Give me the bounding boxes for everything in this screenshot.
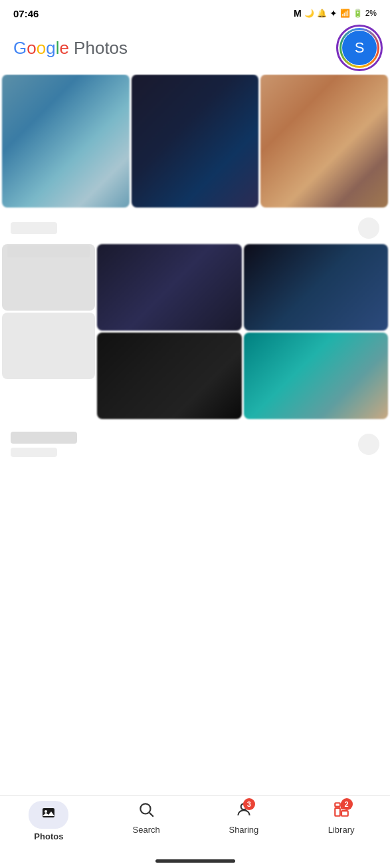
section-label [11,222,57,234]
right-column [97,244,388,419]
google-o1: o [27,38,36,58]
svg-point-1 [45,810,47,813]
section-header-1 [0,210,390,244]
bell-icon: 🔔 [317,9,327,18]
nav-library[interactable]: 2 Library [292,801,390,835]
app-header: Google Photos S [0,24,390,74]
photos-label: Photos [34,831,63,841]
main-content [0,74,390,797]
sharing-badge: 3 [243,798,255,810]
bottom-navigation: Photos Search 3 3 Shari [0,795,390,868]
nav-search[interactable]: Search [98,801,195,835]
right-bottom-row [97,333,388,419]
photo-item[interactable] [97,244,242,331]
battery-percent: 2% [365,9,377,18]
library-icon-wrap: 2 [333,801,350,822]
left-column [2,244,95,419]
search-icon-wrap [138,801,155,822]
photo-item[interactable] [2,74,130,208]
photo-item[interactable] [132,74,259,208]
photos-text: Photos [69,38,128,58]
google-o2: o [37,38,46,58]
svg-point-2 [140,803,150,813]
svg-line-3 [149,813,153,817]
section-icon[interactable] [358,217,379,239]
middle-photo-grid [0,244,390,419]
status-time: 07:46 [13,8,39,19]
avatar[interactable]: S [342,31,377,65]
home-indicator [155,859,235,863]
photos-icon-wrap [29,801,68,829]
google-g: g [46,38,55,58]
right-top-row [97,244,388,331]
photo-item[interactable] [97,333,242,419]
photos-pill [29,801,68,829]
google-e: e [59,38,68,58]
section-header-2 [0,421,390,462]
photos-icon [41,805,56,825]
library-badge: 2 [341,798,353,810]
sharing-label: Sharing [229,825,258,835]
app-title: Google Photos [13,38,128,59]
photo-item[interactable] [244,244,389,331]
svg-rect-8 [335,808,340,816]
bluetooth-icon: ✦ [330,8,338,19]
avatar-button[interactable]: S [342,31,377,65]
email-icon: M [294,8,302,19]
section-icon-2[interactable] [358,434,379,455]
search-label: Search [133,825,160,835]
photo-item[interactable] [2,313,95,379]
moon-icon: 🌙 [304,9,314,18]
section-info [11,432,77,457]
section-date-label [11,432,77,444]
status-icons: M 🌙 🔔 ✦ 📶 🔋 2% [294,8,377,19]
wifi-icon: 📶 [340,9,350,18]
google-G: G [13,38,27,58]
svg-rect-7 [335,803,340,806]
photo-item[interactable] [2,244,95,311]
photo-item[interactable] [260,74,388,208]
nav-sharing[interactable]: 3 3 Sharing [195,801,293,835]
top-photo-row [0,74,390,208]
photo-item[interactable] [244,333,389,419]
section-sub-label [11,448,57,457]
library-label: Library [328,825,355,835]
svg-rect-10 [341,811,348,816]
sharing-icon-wrap: 3 3 [235,801,252,822]
nav-photos[interactable]: Photos [0,801,98,841]
bottom-photo-row [0,462,390,569]
status-bar: 07:46 M 🌙 🔔 ✦ 📶 🔋 2% [0,0,390,24]
search-icon [138,801,155,822]
battery-icon: 🔋 [353,9,363,18]
